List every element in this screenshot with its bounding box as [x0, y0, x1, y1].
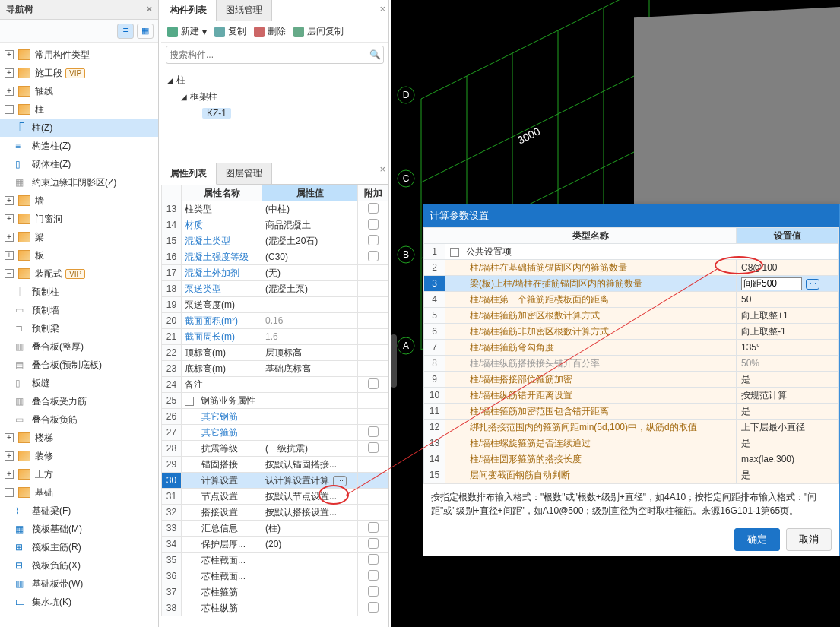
nav-item[interactable]: +板 [0, 246, 158, 264]
calc-row[interactable]: 14柱/墙柱圆形箍筋的搭接长度max(lae,300) [424, 451, 839, 467]
close-icon[interactable]: × [379, 163, 385, 175]
toggle-icon[interactable]: + [5, 433, 14, 442]
property-row[interactable]: 27其它箍筋 [162, 425, 388, 441]
nav-item[interactable]: −柱 [0, 100, 158, 119]
ellipsis-button[interactable]: ⋯ [333, 476, 347, 486]
checkbox[interactable] [368, 426, 379, 437]
checkbox[interactable] [368, 219, 379, 230]
search-input[interactable] [166, 49, 366, 60]
tree-leaf[interactable]: KZ-1 [167, 105, 382, 122]
nav-item[interactable]: +轴线 [0, 82, 158, 100]
nav-item[interactable]: ▥叠合板受力筋 [0, 392, 158, 410]
nav-item[interactable]: ▯板缝 [0, 374, 158, 392]
nav-item[interactable]: +墙 [0, 192, 158, 210]
property-row[interactable]: 28抗震等级(一级抗震) [162, 441, 388, 457]
copy-button[interactable]: 复制 [214, 25, 246, 38]
property-row[interactable]: 34保护层厚...(20) [162, 537, 388, 553]
nav-item[interactable]: ▯砌体柱(Z) [0, 155, 158, 173]
property-row[interactable]: 14材质商品混凝土 [162, 217, 388, 233]
nav-item[interactable]: ⊐预制梁 [0, 319, 158, 337]
checkbox[interactable] [368, 602, 379, 613]
property-row[interactable]: 35芯柱截面... [162, 553, 388, 568]
toggle-icon[interactable]: + [5, 87, 14, 96]
nav-item[interactable]: −基础 [0, 483, 158, 502]
nav-item[interactable]: +楼梯 [0, 429, 158, 447]
tab-properties[interactable]: 属性列表 [161, 163, 217, 185]
property-row[interactable]: 16混凝土强度等级(C30) [162, 249, 388, 265]
tree-node[interactable]: ◢柱 [167, 71, 382, 88]
property-row[interactable]: 31节点设置按默认节点设置... [162, 489, 388, 505]
checkbox[interactable] [368, 586, 379, 597]
nav-item[interactable]: ▦筏板基础(M) [0, 520, 158, 538]
toggle-icon[interactable]: + [5, 251, 14, 260]
nav-item[interactable]: ⊟筏板负筋(X) [0, 556, 158, 575]
close-icon[interactable]: × [379, 3, 385, 14]
toggle-icon[interactable]: + [5, 196, 14, 205]
value-input[interactable] [741, 277, 802, 290]
nav-item[interactable]: +门窗洞 [0, 210, 158, 228]
tab-components[interactable]: 构件列表 [161, 0, 217, 21]
toggle-icon[interactable]: + [5, 68, 14, 78]
tab-drawings[interactable]: 图纸管理 [217, 0, 272, 21]
calc-title[interactable]: 计算参数设置 [423, 204, 839, 227]
checkbox[interactable] [368, 235, 379, 245]
property-row[interactable]: 30计算设置认计算设置计算 ⋯ [162, 473, 388, 489]
nav-item[interactable]: ▭预制墙 [0, 301, 158, 319]
property-row[interactable]: 25− 钢筋业务属性 [162, 393, 388, 409]
property-row[interactable]: 37芯柱箍筋 [162, 584, 388, 600]
property-row[interactable]: 17混凝土外加剂(无) [162, 265, 388, 281]
checkbox[interactable] [368, 538, 379, 549]
property-row[interactable]: 38芯柱纵筋 [162, 600, 388, 616]
property-row[interactable]: 21截面周长(m)1.6 [162, 329, 388, 345]
nav-view-list[interactable]: ≣ [117, 24, 134, 39]
nav-item[interactable]: +梁 [0, 228, 158, 246]
ok-button[interactable]: 确定 [734, 528, 780, 551]
splitter-handle[interactable] [391, 334, 397, 388]
close-icon[interactable]: × [146, 3, 152, 14]
property-row[interactable]: 23底标高(m)基础底标高 [162, 361, 388, 377]
checkbox[interactable] [368, 570, 379, 581]
property-row[interactable]: 24备注 [162, 377, 388, 393]
nav-item[interactable]: ⌴集水坑(K) [0, 593, 158, 611]
calc-row[interactable]: 8柱/墙柱纵筋搭接接头错开百分率50% [424, 356, 839, 372]
calc-row[interactable]: 9柱/墙柱搭接部位箍筋加密是 [424, 372, 839, 388]
property-row[interactable]: 29锚固搭接按默认锚固搭接... [162, 457, 388, 473]
layer-copy-button[interactable]: 层间复制 [293, 25, 344, 38]
nav-item[interactable]: +土方 [0, 465, 158, 483]
checkbox[interactable] [368, 251, 379, 261]
calc-row[interactable]: 10柱/墙柱纵筋错开距离设置按规范计算 [424, 388, 839, 404]
toggle-icon[interactable]: − [5, 488, 14, 497]
tree-node[interactable]: ◢框架柱 [167, 88, 382, 105]
calc-row[interactable]: 7柱/墙柱箍筋弯勾角度135° [424, 340, 839, 356]
nav-item[interactable]: +装修 [0, 447, 158, 465]
search-field[interactable]: 🔍 [166, 46, 384, 64]
nav-item[interactable]: ⌇基础梁(F) [0, 502, 158, 520]
calc-row[interactable]: 12绑扎搭接范围内的箍筋间距min(5d,100)中，纵筋d的取值上下层最小直径 [424, 420, 839, 435]
checkbox[interactable] [368, 522, 379, 533]
nav-item[interactable]: −装配式VIP [0, 264, 158, 283]
toggle-icon[interactable]: + [5, 50, 14, 59]
nav-item[interactable]: ⎾柱(Z) [0, 119, 158, 137]
ellipsis-button[interactable]: ⋯ [806, 279, 819, 290]
tab-layers[interactable]: 图层管理 [217, 163, 272, 184]
calc-row[interactable]: 2柱/墙柱在基础插筋锚固区内的箍筋数量C8@100 [424, 260, 839, 276]
property-row[interactable]: 33汇总信息(柱) [162, 521, 388, 537]
checkbox[interactable] [368, 554, 379, 565]
nav-item[interactable]: ▤叠合板(预制底板) [0, 356, 158, 374]
property-row[interactable]: 32搭接设置按默认搭接设置... [162, 505, 388, 521]
nav-item[interactable]: ≡构造柱(Z) [0, 137, 158, 155]
calc-row[interactable]: 13柱/墙柱螺旋箍筋是否连续通过是 [424, 435, 839, 451]
nav-item[interactable]: ▥基础板带(W) [0, 575, 158, 593]
property-row[interactable]: 26其它钢筋 [162, 409, 388, 425]
search-icon[interactable]: 🔍 [366, 49, 383, 60]
toggle-icon[interactable]: + [5, 214, 14, 223]
toggle-icon[interactable]: + [5, 451, 14, 461]
calc-row[interactable]: 4柱/墙柱第一个箍筋距楼板面的距离50 [424, 292, 839, 308]
new-button[interactable]: 新建 ▾ [167, 25, 207, 38]
nav-item[interactable]: +常用构件类型 [0, 46, 158, 64]
nav-view-grid[interactable]: ▦ [137, 24, 154, 39]
property-row[interactable]: 36芯柱截面... [162, 568, 388, 584]
cancel-button[interactable]: 取消 [786, 528, 832, 551]
property-row[interactable]: 18泵送类型(混凝土泵) [162, 281, 388, 297]
toggle-icon[interactable]: + [5, 470, 14, 479]
